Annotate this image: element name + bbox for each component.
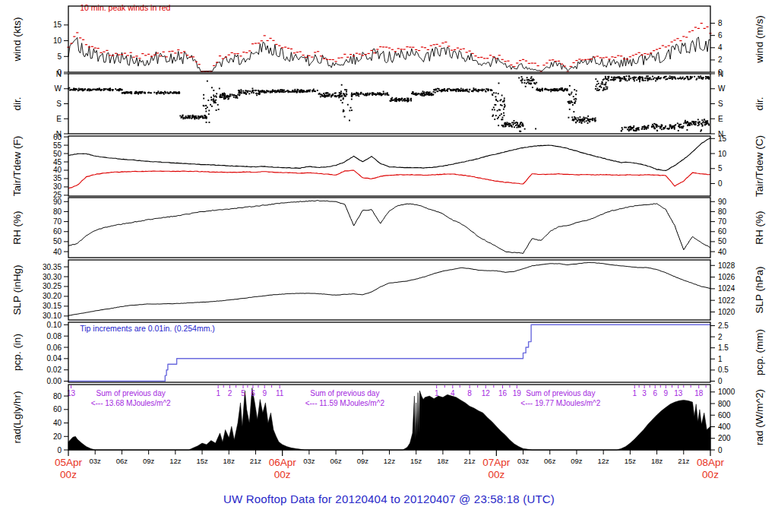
svg-text:800: 800 <box>718 400 731 408</box>
svg-text:60: 60 <box>53 405 62 413</box>
svg-text:60: 60 <box>53 133 62 141</box>
svg-text:00z: 00z <box>60 469 77 480</box>
svg-text:400: 400 <box>718 423 731 431</box>
svg-text:RH (%): RH (%) <box>11 211 23 244</box>
svg-text:<--- 11.59 MJoules/m^2: <--- 11.59 MJoules/m^2 <box>305 399 385 407</box>
svg-text:1000: 1000 <box>718 388 735 396</box>
svg-text:rad(Lgly/hr): rad(Lgly/hr) <box>11 391 23 443</box>
svg-text:50: 50 <box>718 237 727 245</box>
svg-text:70: 70 <box>718 217 727 226</box>
panel-dir: NWSENNWSENdir.dir. <box>11 70 765 138</box>
svg-text:0.08: 0.08 <box>47 332 62 340</box>
svg-text:30.20: 30.20 <box>43 292 62 300</box>
svg-text:N: N <box>56 70 62 78</box>
svg-text:70: 70 <box>53 217 62 226</box>
svg-text:1024: 1024 <box>718 284 735 293</box>
svg-text:80: 80 <box>718 207 727 216</box>
svg-text:15: 15 <box>718 135 727 143</box>
panel-wind: 10 min. peak winds in red05101502468wind… <box>11 3 765 77</box>
svg-text:wind (kts): wind (kts) <box>11 17 23 62</box>
svg-text:40: 40 <box>53 248 62 256</box>
uw-rooftop-plot-page: 10 min. peak winds in red05101502468wind… <box>0 0 778 532</box>
svg-text:15: 15 <box>53 21 62 29</box>
svg-text:06Apr: 06Apr <box>269 457 297 468</box>
svg-text:0.06: 0.06 <box>47 344 62 352</box>
svg-text:10: 10 <box>53 36 62 45</box>
svg-text:06z: 06z <box>544 457 556 465</box>
svg-text:2: 2 <box>718 333 723 341</box>
svg-text:30.30: 30.30 <box>43 273 62 281</box>
svg-text:6: 6 <box>251 389 255 397</box>
svg-text:60: 60 <box>53 227 62 236</box>
svg-text:30.35: 30.35 <box>43 263 62 271</box>
svg-text:06z: 06z <box>330 457 342 465</box>
svg-text:Sum of previous day: Sum of previous day <box>526 389 595 397</box>
svg-text:SLP (inHg): SLP (inHg) <box>11 265 23 315</box>
svg-text:15z: 15z <box>410 457 422 465</box>
svg-text:80: 80 <box>53 392 62 401</box>
svg-text:40: 40 <box>53 419 62 427</box>
svg-text:0.5: 0.5 <box>718 366 729 374</box>
svg-text:90: 90 <box>53 198 62 206</box>
svg-text:1022: 1022 <box>718 296 735 305</box>
panel-temp: 2530354045505560051015Tair/Tdew (F)Tair/… <box>11 133 765 200</box>
svg-text:0: 0 <box>57 446 62 454</box>
svg-text:6: 6 <box>718 31 723 40</box>
svg-text:dir.: dir. <box>754 97 765 110</box>
svg-text:9: 9 <box>664 389 669 397</box>
svg-text:21z: 21z <box>463 457 476 465</box>
svg-text:13: 13 <box>674 389 683 397</box>
panel-rh: 405060708090405060708090RH (%)RH (%) <box>11 198 765 258</box>
svg-text:N: N <box>718 70 723 78</box>
svg-text:30.15: 30.15 <box>43 302 62 310</box>
svg-text:1: 1 <box>632 389 637 397</box>
svg-text:0.10: 0.10 <box>47 321 62 329</box>
svg-text:SLP (hPa): SLP (hPa) <box>754 266 765 313</box>
svg-text:30.10: 30.10 <box>43 312 62 320</box>
svg-text:S: S <box>718 100 723 108</box>
svg-text:07Apr: 07Apr <box>482 457 511 468</box>
svg-text:E: E <box>56 115 62 123</box>
svg-text:05Apr: 05Apr <box>55 457 83 468</box>
svg-text:35: 35 <box>53 174 62 182</box>
svg-text:600: 600 <box>718 411 731 420</box>
svg-text:15z: 15z <box>196 457 208 465</box>
svg-text:09z: 09z <box>357 457 369 465</box>
svg-text:60: 60 <box>718 227 727 236</box>
svg-text:2: 2 <box>228 389 232 397</box>
svg-text:wind (m/s): wind (m/s) <box>754 15 765 63</box>
svg-text:2.5: 2.5 <box>718 321 729 330</box>
svg-text:2: 2 <box>718 55 723 64</box>
svg-text:5: 5 <box>718 164 723 173</box>
svg-text:200: 200 <box>718 434 731 442</box>
svg-text:5: 5 <box>57 52 62 61</box>
svg-text:1.5: 1.5 <box>718 344 729 352</box>
svg-text:Sum of previous day: Sum of previous day <box>310 389 379 397</box>
svg-text:1: 1 <box>718 355 723 363</box>
svg-text:Sum of previous day: Sum of previous day <box>96 389 166 397</box>
svg-text:8: 8 <box>467 389 472 397</box>
panel-slp: 30.1030.1530.2030.2530.3030.351020102210… <box>11 260 765 320</box>
svg-text:9: 9 <box>262 389 267 397</box>
svg-text:18z: 18z <box>651 457 663 465</box>
svg-text:30.25: 30.25 <box>43 282 62 290</box>
svg-text:W: W <box>55 84 62 93</box>
svg-text:16: 16 <box>498 389 508 397</box>
svg-text:0: 0 <box>718 446 723 454</box>
svg-text:3: 3 <box>642 389 647 397</box>
svg-text:09z: 09z <box>143 457 155 465</box>
svg-text:03z: 03z <box>517 457 530 465</box>
svg-text:0.04: 0.04 <box>47 354 62 363</box>
svg-text:40: 40 <box>718 248 727 256</box>
svg-text:40: 40 <box>53 166 62 174</box>
svg-text:Tip increments are 0.01in. (0.: Tip increments are 0.01in. (0.254mm.) <box>80 324 215 333</box>
svg-text:1: 1 <box>435 389 439 397</box>
x-axis: 03z06z09z12z15z18z21z03z06z09z12z15z18z2… <box>55 450 725 480</box>
svg-text:00z: 00z <box>274 469 291 480</box>
svg-text:10: 10 <box>718 150 727 158</box>
svg-text:0: 0 <box>718 377 723 385</box>
svg-text:50: 50 <box>53 237 62 245</box>
svg-text:03z: 03z <box>303 457 315 465</box>
svg-text:<--- 19.77 MJoules/m^2: <--- 19.77 MJoules/m^2 <box>520 399 600 407</box>
uw-rooftop-multipanel-chart: 10 min. peak winds in red05101502468wind… <box>0 0 778 532</box>
